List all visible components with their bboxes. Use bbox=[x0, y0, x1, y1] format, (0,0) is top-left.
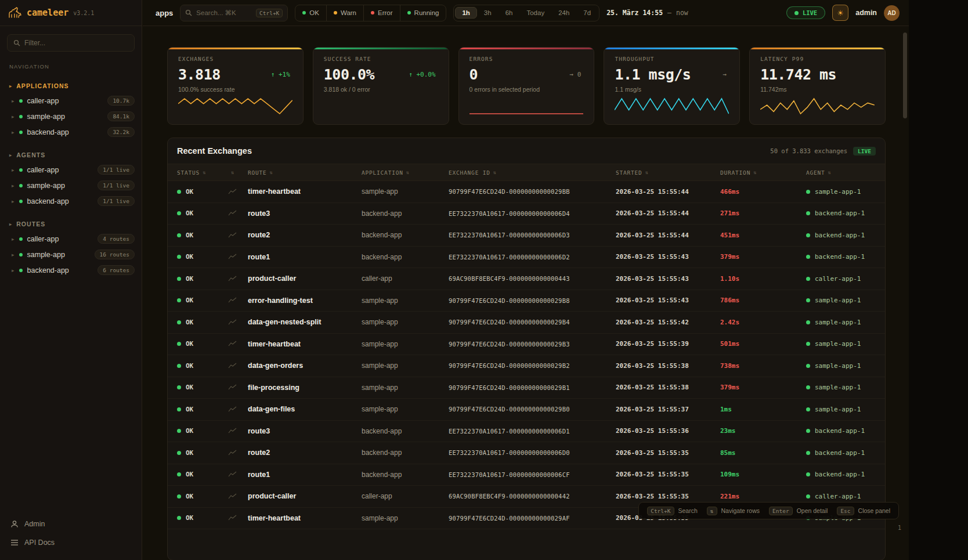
table-row[interactable]: OK route2 backend-app EE7322370A10617-00… bbox=[168, 225, 885, 247]
live-label: LIVE bbox=[803, 9, 817, 16]
column-header[interactable]: APPLICATION ⇅ bbox=[362, 169, 449, 176]
time-range-button[interactable]: 3h bbox=[477, 7, 499, 19]
hint-key: Ctrl+K bbox=[647, 507, 674, 515]
status-dot bbox=[177, 298, 181, 302]
nav-section-title[interactable]: ▸ APPLICATIONS bbox=[0, 79, 142, 93]
stat-subtitle: 3.818 ok / 0 error bbox=[324, 86, 438, 93]
column-header[interactable]: EXCHANGE ID ⇅ bbox=[449, 169, 616, 176]
avatar[interactable]: AD bbox=[884, 5, 900, 21]
sidebar-nav-item[interactable]: ▸ backend-app 32.2k bbox=[0, 124, 142, 140]
column-header[interactable]: STATUS ⇅ bbox=[177, 169, 228, 176]
table-row[interactable]: OK route1 backend-app EE7322370A10617-00… bbox=[168, 247, 885, 269]
row-exchange-id: 69AC90BF8EBC4F9-0000000000000443 bbox=[449, 275, 616, 282]
table-row[interactable]: OK data-gen-orders sample-app 90799F47E6… bbox=[168, 355, 885, 377]
table-row[interactable]: OK timer-heartbeat sample-app 90799F47E6… bbox=[168, 334, 885, 356]
row-route: file-processing bbox=[248, 384, 362, 392]
scrollbar-thumb[interactable] bbox=[903, 32, 907, 118]
row-agent: sample-app-1 bbox=[815, 406, 861, 413]
date-range[interactable]: 25. März 14:55 — now bbox=[606, 9, 688, 17]
sidebar-nav-item[interactable]: ▸ caller-app 4 routes bbox=[0, 231, 142, 247]
table-row[interactable]: OK error-handling-test sample-app 90799F… bbox=[168, 290, 885, 312]
column-header[interactable]: DURATION ⇅ bbox=[720, 169, 806, 176]
table-row[interactable]: OK timer-heartbeat sample-app 90799F47E6… bbox=[168, 181, 885, 203]
sidebar-item-admin[interactable]: Admin bbox=[0, 515, 142, 533]
keyboard-hint: Esc Close panel bbox=[837, 507, 890, 515]
chevron-right-icon: ▸ bbox=[12, 114, 15, 120]
time-range-button[interactable]: 6h bbox=[499, 7, 520, 19]
sidebar-nav-item[interactable]: ▸ caller-app 10.7k bbox=[0, 93, 142, 109]
row-status: OK bbox=[186, 406, 193, 413]
status-dot bbox=[19, 269, 23, 272]
column-header[interactable]: ⇅ bbox=[228, 169, 248, 175]
row-agent: caller-app-1 bbox=[815, 493, 861, 500]
time-range-button[interactable]: 7d bbox=[576, 7, 598, 19]
time-range-button[interactable]: 24h bbox=[551, 7, 576, 19]
status-dot bbox=[177, 451, 181, 455]
table-row[interactable]: OK route3 backend-app EE7322370A10617-00… bbox=[168, 421, 885, 443]
stat-cards-row: EXCHANGES 3.818 ↑ +1% 100.0% success rat… bbox=[167, 47, 886, 125]
nav-section: ▸ ROUTES ▸ caller-app 4 routes ▸ sample-… bbox=[0, 217, 142, 278]
table-row[interactable]: OK data-gen-files sample-app 90799F47E6C… bbox=[168, 399, 885, 421]
sidebar-nav-item[interactable]: ▸ sample-app 16 routes bbox=[0, 247, 142, 262]
nav-section-title[interactable]: ▸ ROUTES bbox=[0, 217, 142, 231]
time-range-group: 1h 3h 6h Today 24h 7d bbox=[453, 5, 599, 21]
sidebar-nav-item[interactable]: ▸ backend-app 1/1 live bbox=[0, 193, 142, 209]
agent-status-dot bbox=[806, 342, 810, 346]
table-row[interactable]: OK route3 backend-app EE7322370A10617-00… bbox=[168, 203, 885, 225]
row-duration: 451ms bbox=[720, 232, 806, 239]
sparkline-chart bbox=[469, 96, 584, 115]
trend-icon bbox=[228, 450, 237, 456]
chevron-right-icon: ▸ bbox=[12, 167, 15, 173]
column-header[interactable]: AGENT ⇅ bbox=[806, 169, 876, 176]
theme-toggle-button[interactable]: ☀ bbox=[832, 5, 848, 21]
row-status: OK bbox=[186, 493, 193, 500]
row-status: OK bbox=[186, 188, 193, 196]
sidebar-nav-item[interactable]: ▸ caller-app 1/1 live bbox=[0, 162, 142, 178]
table-row[interactable]: OK data-gen-nested-split sample-app 9079… bbox=[168, 312, 885, 334]
sort-icon: ⇅ bbox=[270, 169, 273, 175]
row-exchange-id: EE7322370A10617-00000000000006D2 bbox=[449, 254, 616, 261]
row-route: route3 bbox=[248, 209, 362, 218]
sidebar-nav-item[interactable]: ▸ backend-app 6 routes bbox=[0, 262, 142, 278]
status-dot bbox=[177, 233, 181, 237]
row-status: OK bbox=[186, 253, 193, 261]
status-filter-pill[interactable]: Error bbox=[363, 5, 400, 21]
row-duration: 1.10s bbox=[720, 275, 806, 283]
sort-icon: ⇅ bbox=[828, 169, 832, 175]
stat-title: EXCHANGES bbox=[178, 56, 292, 62]
agent-status-dot bbox=[806, 320, 810, 324]
status-filter-label: Running bbox=[414, 9, 439, 16]
date-range-separator: — bbox=[667, 9, 671, 17]
row-duration: 1ms bbox=[720, 406, 806, 413]
column-header[interactable]: ROUTE ⇅ bbox=[248, 169, 362, 176]
sidebar-item-api-docs[interactable]: API Docs bbox=[0, 533, 142, 552]
table-row[interactable]: OK product-caller caller-app 69AC90BF8EB… bbox=[168, 268, 885, 290]
table-row[interactable]: OK route1 backend-app EE7322370A10617-00… bbox=[168, 464, 885, 486]
trend-icon bbox=[228, 297, 237, 304]
live-toggle[interactable]: LIVE bbox=[786, 6, 825, 19]
sidebar-nav-item[interactable]: ▸ sample-app 84.1k bbox=[0, 109, 142, 124]
status-filter-pill[interactable]: OK bbox=[295, 5, 326, 21]
row-agent: backend-app-1 bbox=[815, 449, 865, 457]
agent-status-dot bbox=[806, 385, 810, 389]
row-exchange-id: 90799F47E6CD24D-00000000000029BB bbox=[449, 188, 616, 195]
nav-section-title[interactable]: ▸ AGENTS bbox=[0, 148, 142, 162]
status-filter-pill[interactable]: Running bbox=[400, 5, 446, 21]
time-range-button[interactable]: Today bbox=[519, 7, 551, 19]
table-row[interactable]: OK route2 backend-app EE7322370A10617-00… bbox=[168, 442, 885, 464]
avatar-initials: AD bbox=[887, 10, 895, 16]
trend-icon bbox=[228, 276, 237, 282]
table-row[interactable]: OK file-processing sample-app 90799F47E6… bbox=[168, 377, 885, 399]
row-application: backend-app bbox=[362, 471, 449, 479]
column-header[interactable]: STARTED ⇅ bbox=[616, 169, 720, 176]
stat-card: EXCHANGES 3.818 ↑ +1% 100.0% success rat… bbox=[167, 47, 304, 125]
chevron-right-icon: ▸ bbox=[12, 129, 15, 135]
row-status: OK bbox=[186, 209, 193, 217]
search-input[interactable]: Search... ⌘K Ctrl+K bbox=[180, 5, 288, 21]
filter-input[interactable]: Filter... bbox=[7, 34, 135, 52]
sidebar-nav-item[interactable]: ▸ sample-app 1/1 live bbox=[0, 178, 142, 193]
nav-section-items: ▸ caller-app 4 routes ▸ sample-app 16 ro… bbox=[0, 231, 142, 278]
trend-icon bbox=[228, 319, 237, 326]
time-range-button[interactable]: 1h bbox=[455, 7, 476, 19]
status-filter-pill[interactable]: Warn bbox=[326, 5, 363, 21]
